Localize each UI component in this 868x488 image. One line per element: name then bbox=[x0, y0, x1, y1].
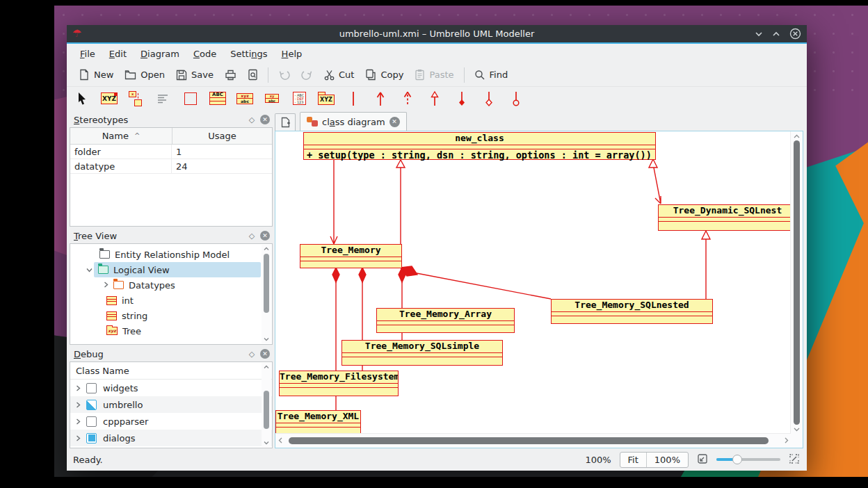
fullscreen-button[interactable] bbox=[789, 453, 800, 466]
expand-chevron-icon[interactable] bbox=[101, 282, 111, 289]
generalization-treememory-to-newclass[interactable] bbox=[396, 160, 405, 244]
new-button[interactable]: New bbox=[73, 66, 119, 83]
generalization-tool[interactable] bbox=[426, 90, 444, 108]
select-tool[interactable] bbox=[73, 90, 91, 108]
box-tool[interactable] bbox=[182, 90, 200, 108]
close-button[interactable] bbox=[789, 28, 801, 40]
new-tab-button[interactable] bbox=[275, 113, 296, 131]
interface-tool[interactable]: xyz abc bbox=[236, 90, 254, 108]
association-tool[interactable] bbox=[344, 90, 362, 108]
menu-edit[interactable]: Edit bbox=[102, 47, 134, 61]
class-widget-new-class[interactable]: new_class + setup(type : string, dsn : s… bbox=[303, 132, 656, 160]
expand-chevron-icon[interactable] bbox=[76, 383, 81, 393]
fit-button[interactable]: Fit bbox=[620, 453, 646, 467]
tree-item-entity-relationship-model[interactable]: Entity Relationship Model bbox=[70, 247, 272, 262]
titlebar[interactable]: ☂ umbrello-uml.xmi – Umbrello UML Modell… bbox=[67, 25, 807, 42]
scroll-up-icon[interactable] bbox=[262, 363, 271, 371]
float-panel-icon[interactable]: ◇ bbox=[246, 114, 257, 125]
text-tool[interactable] bbox=[154, 90, 172, 108]
association-newclass-to-treedynamic[interactable] bbox=[649, 159, 661, 204]
menu-code[interactable]: Code bbox=[186, 47, 223, 61]
print-button[interactable] bbox=[219, 67, 242, 83]
scroll-up-icon[interactable] bbox=[791, 131, 801, 141]
containment-tool[interactable] bbox=[507, 90, 525, 108]
column-header-usage[interactable]: Usage bbox=[172, 128, 272, 144]
scroll-down-icon[interactable] bbox=[791, 424, 801, 434]
tree-item-datatypes[interactable]: Datatypes bbox=[70, 277, 272, 293]
generalization-sqlnested-to-treedynamic[interactable] bbox=[702, 231, 710, 299]
zoom-100-button[interactable]: 100% bbox=[646, 453, 688, 467]
undo-button[interactable] bbox=[273, 67, 296, 83]
print-preview-button[interactable] bbox=[242, 66, 264, 83]
anchor-tool[interactable]: x bbox=[127, 90, 145, 108]
zoom-slider[interactable] bbox=[716, 453, 780, 466]
tree-item-int[interactable]: int bbox=[70, 293, 272, 308]
slider-knob[interactable] bbox=[732, 455, 742, 464]
checkbox-unchecked[interactable] bbox=[86, 416, 97, 427]
class-widget-tree-memory[interactable]: Tree_Memory bbox=[300, 244, 402, 268]
tab-class-diagram[interactable]: class diagram ✕ bbox=[300, 112, 407, 131]
class-tool[interactable]: ABC bbox=[209, 90, 227, 108]
class-widget-tree-memory-xml[interactable]: Tree_Memory_XML bbox=[275, 410, 361, 434]
close-panel-icon[interactable]: ✕ bbox=[260, 349, 270, 359]
debug-row-cppparser[interactable]: cppparser bbox=[70, 413, 272, 430]
checkbox-partial[interactable] bbox=[86, 400, 97, 410]
tab-close-icon[interactable]: ✕ bbox=[389, 117, 400, 127]
horizontal-scrollbar[interactable] bbox=[275, 433, 791, 448]
expand-chevron-icon[interactable] bbox=[76, 400, 81, 410]
cut-button[interactable]: Cut bbox=[319, 67, 360, 83]
menu-help[interactable]: Help bbox=[275, 47, 310, 61]
debug-column-header[interactable]: Class Name bbox=[70, 362, 272, 380]
paste-button[interactable]: Paste bbox=[409, 66, 459, 83]
class-widget-tree-dynamic-sqlnest[interactable]: Tree_Dynamic_SQLnest bbox=[658, 204, 791, 231]
composition-tool[interactable] bbox=[453, 90, 471, 108]
scrollbar-thumb[interactable] bbox=[264, 391, 269, 429]
scroll-left-icon[interactable] bbox=[275, 435, 285, 445]
float-panel-icon[interactable]: ◇ bbox=[246, 348, 257, 359]
open-button[interactable]: Open bbox=[119, 67, 170, 83]
maximize-button[interactable] bbox=[772, 31, 780, 37]
datatype-tool[interactable]: xy abc bbox=[263, 90, 281, 108]
association-newclass-to-treememory[interactable] bbox=[330, 160, 337, 244]
scroll-down-icon[interactable] bbox=[262, 439, 271, 447]
close-panel-icon[interactable]: ✕ bbox=[260, 231, 270, 241]
checkbox-unchecked[interactable] bbox=[86, 383, 97, 393]
zoom-out-button[interactable] bbox=[697, 453, 708, 466]
dependency-tool[interactable] bbox=[399, 90, 417, 108]
expand-chevron-icon[interactable] bbox=[76, 433, 81, 444]
scroll-up-icon[interactable] bbox=[262, 245, 271, 253]
composition-treememory-to-sqlnested[interactable] bbox=[401, 266, 551, 299]
redo-button[interactable] bbox=[296, 67, 319, 83]
table-row[interactable]: folder 1 bbox=[70, 145, 272, 159]
checkbox-checked[interactable] bbox=[86, 433, 97, 444]
scrollbar-thumb[interactable] bbox=[794, 140, 800, 425]
tree-view-panel-header[interactable]: Tree View ◇ ✕ bbox=[70, 228, 273, 243]
debug-row-dialogs[interactable]: dialogs bbox=[70, 430, 272, 446]
scroll-right-icon[interactable] bbox=[781, 435, 791, 445]
save-button[interactable]: Save bbox=[170, 67, 219, 83]
directed-association-tool[interactable] bbox=[371, 90, 389, 108]
collapse-chevron-icon[interactable] bbox=[84, 266, 94, 274]
float-panel-icon[interactable]: ◇ bbox=[246, 230, 257, 241]
enum-tool[interactable]: - ABC - DEF - 123 bbox=[290, 90, 308, 108]
scrollbar-thumb[interactable] bbox=[264, 254, 269, 313]
class-widget-tree-memory-sqlnested[interactable]: Tree_Memory_SQLnested bbox=[551, 299, 713, 324]
menu-diagram[interactable]: Diagram bbox=[134, 47, 186, 61]
menu-settings[interactable]: Settings bbox=[223, 47, 274, 61]
class-widget-tree-memory-filesystem[interactable]: Tree_Memory_Filesystem bbox=[279, 371, 399, 396]
tree-item-string[interactable]: string bbox=[70, 308, 272, 323]
aggregation-tool[interactable] bbox=[480, 90, 498, 108]
menu-file[interactable]: File bbox=[73, 47, 102, 61]
tree-item-tree[interactable]: xyz Tree bbox=[70, 323, 272, 339]
class-widget-tree-memory-array[interactable]: Tree_Memory_Array bbox=[376, 308, 515, 333]
scroll-down-icon[interactable] bbox=[262, 335, 271, 343]
close-panel-icon[interactable]: ✕ bbox=[260, 115, 270, 124]
class-widget-tree-memory-sqlsimple[interactable]: Tree_Memory_SQLsimple bbox=[341, 340, 503, 366]
stereotypes-panel-header[interactable]: Stereotypes ◇ ✕ bbox=[70, 112, 273, 127]
tree-view-scrollbar[interactable] bbox=[262, 245, 271, 343]
table-row[interactable]: datatype 24 bbox=[70, 159, 272, 174]
column-header-name[interactable]: Name^ bbox=[70, 128, 172, 144]
tree-item-logical-view[interactable]: Logical View bbox=[70, 262, 272, 277]
package-tool[interactable]: XYZ bbox=[317, 90, 335, 108]
debug-scrollbar[interactable] bbox=[262, 363, 271, 447]
